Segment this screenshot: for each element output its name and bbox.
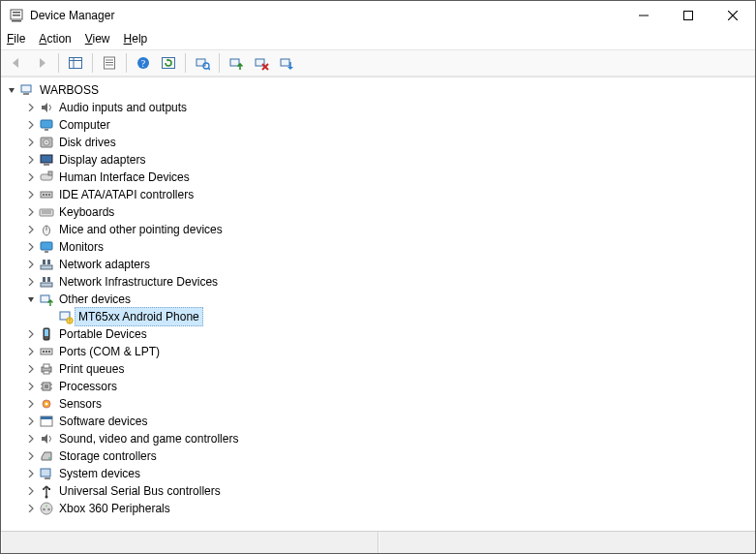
svg-rect-47 bbox=[41, 242, 52, 250]
hid-icon bbox=[38, 169, 55, 185]
svg-rect-34 bbox=[41, 155, 52, 163]
tree-item[interactable]: Human Interface Devices bbox=[22, 169, 753, 186]
chevron-right-icon[interactable] bbox=[24, 348, 38, 355]
svg-rect-69 bbox=[45, 385, 48, 388]
tree-item-label: Keyboards bbox=[55, 202, 118, 222]
chevron-right-icon[interactable] bbox=[24, 487, 38, 495]
tree-item[interactable]: IDE ATA/ATAPI controllers bbox=[22, 186, 753, 203]
svg-rect-50 bbox=[43, 260, 45, 264]
svg-rect-3 bbox=[12, 20, 21, 22]
svg-rect-60 bbox=[45, 329, 48, 336]
svg-rect-5 bbox=[684, 12, 693, 20]
tree-root-item[interactable]: WARBOSS bbox=[3, 81, 753, 99]
svg-point-39 bbox=[43, 194, 45, 196]
menu-help[interactable]: Help bbox=[124, 32, 148, 46]
maximize-button[interactable] bbox=[666, 1, 711, 30]
tree-item-label: Human Interface Devices bbox=[55, 168, 194, 187]
chevron-right-icon[interactable] bbox=[24, 243, 38, 251]
toolbar-scan-button[interactable] bbox=[191, 51, 214, 75]
tree-item[interactable]: Print queues bbox=[22, 360, 753, 378]
svg-rect-30 bbox=[45, 129, 48, 131]
close-button[interactable] bbox=[711, 1, 755, 30]
toolbar-separator bbox=[92, 53, 93, 73]
tree-item[interactable]: Processors bbox=[22, 378, 753, 395]
toolbar-help-button[interactable]: ? bbox=[132, 51, 155, 75]
svg-point-82 bbox=[43, 488, 45, 490]
tree-item-label: Print queues bbox=[55, 359, 128, 379]
toolbar-disable-button[interactable] bbox=[275, 51, 298, 75]
tree-item[interactable]: Sound, video and game controllers bbox=[22, 430, 753, 447]
menu-view[interactable]: View bbox=[85, 32, 110, 46]
chevron-right-icon[interactable] bbox=[24, 121, 38, 129]
tree-item[interactable]: Sensors bbox=[22, 395, 753, 413]
chevron-right-icon[interactable] bbox=[24, 278, 38, 286]
tree-item[interactable]: System devices bbox=[22, 465, 753, 482]
chevron-right-icon[interactable] bbox=[24, 330, 38, 338]
toolbar-update-driver-button[interactable] bbox=[225, 51, 248, 75]
status-bar bbox=[1, 531, 755, 553]
menu-action[interactable]: Action bbox=[39, 32, 71, 46]
tree-item[interactable]: Keyboards bbox=[22, 203, 753, 221]
tree-item[interactable]: Network adapters bbox=[22, 256, 753, 273]
tree-item-label: Network adapters bbox=[55, 255, 154, 274]
monitor-icon bbox=[38, 117, 55, 133]
usb-icon bbox=[38, 483, 55, 499]
chevron-right-icon[interactable] bbox=[24, 226, 38, 233]
chevron-right-icon[interactable] bbox=[24, 383, 38, 390]
chevron-right-icon[interactable] bbox=[24, 104, 38, 111]
chevron-right-icon[interactable] bbox=[24, 191, 38, 199]
tree-item-label: Software devices bbox=[55, 412, 151, 431]
chevron-right-icon[interactable] bbox=[24, 505, 38, 512]
chevron-down-icon[interactable] bbox=[5, 86, 18, 94]
tree-item[interactable]: Software devices bbox=[22, 413, 753, 430]
toolbar-tree-button[interactable] bbox=[64, 51, 87, 75]
tree-item[interactable]: Mice and other pointing devices bbox=[22, 221, 753, 238]
chevron-right-icon[interactable] bbox=[24, 400, 38, 408]
chevron-right-icon[interactable] bbox=[24, 208, 38, 216]
chevron-right-icon[interactable] bbox=[24, 261, 38, 268]
chevron-right-icon[interactable] bbox=[24, 417, 38, 425]
minimize-button[interactable] bbox=[621, 1, 666, 30]
toolbar-refresh-button[interactable] bbox=[157, 51, 180, 75]
tree-item[interactable]: Ports (COM & LPT) bbox=[22, 343, 753, 360]
tree-item[interactable]: Xbox 360 Peripherals bbox=[22, 500, 753, 517]
tree-item[interactable]: Monitors bbox=[22, 238, 753, 256]
tree-item[interactable]: Audio inputs and outputs bbox=[22, 99, 753, 116]
svg-point-85 bbox=[43, 508, 45, 511]
svg-rect-8 bbox=[70, 58, 82, 69]
toolbar-forward-button[interactable] bbox=[30, 51, 53, 75]
titlebar[interactable]: Device Manager bbox=[1, 1, 755, 30]
tree-item[interactable]: Storage controllers bbox=[22, 447, 753, 465]
menu-file[interactable]: File bbox=[7, 32, 25, 46]
toolbar-properties-button[interactable] bbox=[98, 51, 121, 75]
ide-icon bbox=[38, 187, 55, 202]
tree-item[interactable]: Network Infrastructure Devices bbox=[22, 273, 753, 291]
svg-rect-25 bbox=[281, 59, 289, 66]
tree-item[interactable]: !MT65xx Android Phone bbox=[42, 308, 753, 325]
chevron-right-icon[interactable] bbox=[24, 435, 38, 443]
tree-item[interactable]: Display adapters bbox=[22, 151, 753, 169]
system-icon bbox=[38, 466, 55, 481]
chevron-right-icon[interactable] bbox=[24, 138, 38, 146]
tree-item[interactable]: Disk drives bbox=[22, 134, 753, 151]
chevron-down-icon[interactable] bbox=[24, 295, 38, 303]
tree-item-label: Monitors bbox=[55, 237, 107, 257]
svg-rect-52 bbox=[41, 283, 52, 287]
svg-rect-48 bbox=[45, 251, 48, 253]
chevron-right-icon[interactable] bbox=[24, 365, 38, 373]
tree-item[interactable]: Computer bbox=[22, 116, 753, 134]
chevron-right-icon[interactable] bbox=[24, 470, 38, 477]
tree-item-label: Disk drives bbox=[55, 133, 120, 152]
toolbar-uninstall-button[interactable] bbox=[250, 51, 273, 75]
device-tree[interactable]: WARBOSSAudio inputs and outputsComputerD… bbox=[1, 77, 755, 531]
tree-item-label: Storage controllers bbox=[55, 446, 161, 466]
tree-item[interactable]: Portable Devices bbox=[22, 325, 753, 343]
chevron-right-icon[interactable] bbox=[24, 156, 38, 164]
chevron-right-icon[interactable] bbox=[24, 452, 38, 460]
toolbar-back-button[interactable] bbox=[5, 51, 28, 75]
tree-item[interactable]: Other devices bbox=[22, 291, 753, 308]
tree-item[interactable]: Universal Serial Bus controllers bbox=[22, 482, 753, 500]
chevron-right-icon[interactable] bbox=[24, 173, 38, 181]
port-icon bbox=[38, 344, 55, 359]
svg-rect-67 bbox=[44, 371, 49, 374]
